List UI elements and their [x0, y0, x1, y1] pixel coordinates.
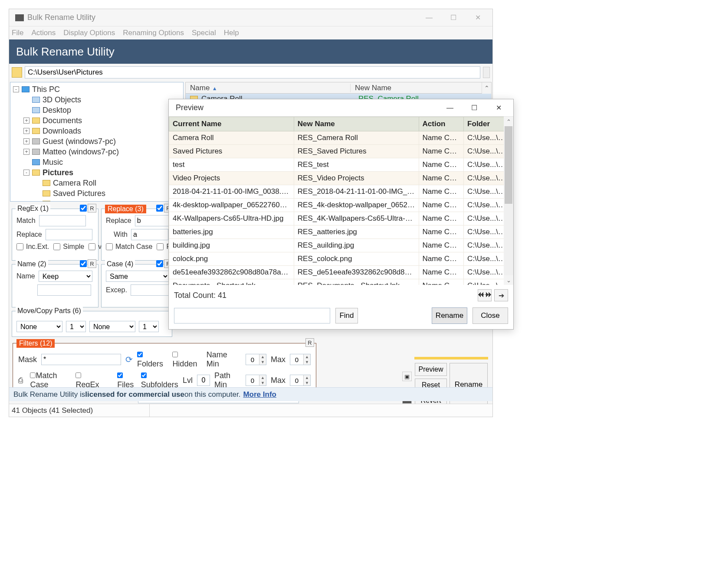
regex-incext-check[interactable] — [16, 243, 23, 250]
refresh-icon[interactable]: ⟳ — [125, 354, 133, 365]
menu-special[interactable]: Special — [192, 29, 216, 37]
filters-regex-check[interactable] — [75, 372, 81, 378]
filters-pathmin[interactable]: ▲▼ — [246, 375, 266, 386]
disk-icon — [32, 107, 40, 113]
replace-matchcase-check[interactable] — [106, 243, 113, 250]
preview-close[interactable]: ✕ — [486, 101, 511, 115]
menu-renaming-options[interactable]: Renaming Options — [123, 29, 184, 37]
filters-lvl-input[interactable] — [197, 375, 210, 386]
tree-item[interactable]: -This PC — [11, 84, 182, 95]
preview-table[interactable]: Current Name New Name Action Folder Came… — [169, 117, 513, 285]
close-button[interactable]: ✕ — [466, 10, 490, 25]
preview-close-button[interactable]: Close — [473, 307, 508, 324]
name-fixed-input[interactable] — [37, 284, 91, 296]
nav-left-right-icon[interactable]: ⯬⯮ — [478, 289, 492, 301]
preview-row[interactable]: Video ProjectsRES_Video ProjectsName Cha… — [169, 172, 513, 185]
replace-find-input[interactable] — [135, 215, 172, 226]
filters-namemin[interactable]: ▲▼ — [246, 354, 266, 365]
more-info-link[interactable]: More Info — [243, 390, 276, 399]
options-button[interactable]: ▣ — [402, 372, 412, 381]
filters-matchcase-check[interactable] — [30, 372, 36, 378]
replace-with-input[interactable] — [131, 229, 168, 240]
menu-help[interactable]: Help — [224, 29, 239, 37]
move-dst-count[interactable]: 1 — [139, 321, 159, 332]
preview-col-action[interactable]: Action — [419, 117, 464, 131]
preview-col-new[interactable]: New Name — [294, 117, 419, 131]
preview-row[interactable]: testRES_testName ChangeC:\Use...\Picture… — [169, 158, 513, 172]
filters-subfolders-check[interactable] — [141, 372, 147, 378]
preview-maximize[interactable]: ☐ — [462, 101, 486, 115]
filters-namemax[interactable]: ▲▼ — [290, 354, 311, 365]
panel-replace-enable[interactable] — [156, 205, 163, 212]
filters-folders-check[interactable] — [137, 352, 143, 357]
menu-actions[interactable]: Actions — [31, 29, 56, 37]
menu-display-options[interactable]: Display Options — [63, 29, 115, 37]
preview-row[interactable]: Saved PicturesRES_Saved PicturesName Cha… — [169, 145, 513, 158]
preview-rename-button[interactable]: Rename — [432, 307, 467, 324]
preview-row[interactable]: Camera RollRES_Camera RollName ChangeC:\… — [169, 131, 513, 145]
tree-item[interactable]: +3D Objects — [11, 95, 182, 105]
move-dst-select[interactable]: None — [89, 321, 135, 332]
regex-replace-input[interactable] — [46, 229, 92, 240]
preview-row[interactable]: batteries.jpgRES_aatteries.jpgName Chang… — [169, 225, 513, 239]
panel-replace: Replace (3) R Replace With Match Case Fi… — [101, 209, 175, 261]
case-select[interactable]: Same — [106, 271, 169, 282]
move-src-select[interactable]: None — [16, 321, 62, 332]
maximize-button[interactable]: ☐ — [441, 10, 466, 25]
name-mode-select[interactable]: Keep — [39, 271, 92, 282]
panel-regex-enable[interactable] — [80, 205, 87, 212]
preview-col-current[interactable]: Current Name — [169, 117, 294, 131]
tree-label: Pictures — [43, 168, 73, 177]
preview-row[interactable]: 4k-desktop-wallpaper_065227602_309.jpgRE… — [169, 199, 513, 212]
tree-item[interactable]: +test — [11, 199, 182, 202]
preview-row[interactable]: 2018-04-21-11-01-00-IMG_0038.HEICRES_201… — [169, 185, 513, 199]
column-new-name[interactable]: New Name — [351, 84, 491, 92]
tree-item[interactable]: -Pictures — [11, 167, 182, 178]
tree-item[interactable]: +Saved Pictures — [11, 188, 182, 199]
menu-file[interactable]: File — [12, 29, 23, 37]
tree-label: Documents — [43, 116, 82, 125]
preview-row[interactable]: colock.pngRES_colock.pngName ChangeC:\Us… — [169, 252, 513, 266]
tree-item[interactable]: +Desktop — [11, 105, 182, 115]
tree-item[interactable]: +Music — [11, 157, 182, 167]
tree-item[interactable]: +Camera Roll — [11, 178, 182, 188]
regex-v2-check[interactable] — [89, 243, 95, 250]
panel-filters-reset[interactable]: R — [305, 338, 314, 347]
tree-item[interactable]: +Documents — [11, 115, 182, 126]
tree-item[interactable]: +Guest (windows7-pc) — [11, 136, 182, 147]
panel-regex-reset[interactable]: R — [88, 204, 96, 212]
preview-minimize[interactable]: — — [438, 101, 462, 115]
preview-row[interactable]: 4K-Wallpapers-Cs65-Ultra-HD.jpgRES_4K-Wa… — [169, 212, 513, 225]
tree-item[interactable]: +Matteo (windows7-pc) — [11, 147, 182, 157]
nav-right-icon[interactable]: ➔ — [494, 289, 508, 301]
preview-button[interactable]: Preview — [415, 363, 447, 376]
move-src-count[interactable]: 1 — [66, 321, 86, 332]
filters-files-check[interactable] — [117, 372, 123, 378]
preview-row[interactable]: Documents - Shortcut.lnkRES_Documents - … — [169, 279, 513, 285]
regex-simple-check[interactable] — [53, 243, 60, 250]
filters-mask-input[interactable] — [41, 354, 121, 365]
panel-case-enable[interactable] — [156, 260, 163, 267]
filters-favorites-icon[interactable]: ⎙ — [18, 376, 26, 385]
folder-tree[interactable]: -This PC+3D Objects+Desktop+Documents+Do… — [10, 82, 184, 202]
path-dropdown-icon[interactable] — [483, 67, 490, 78]
panel-name-reset[interactable]: R — [88, 259, 96, 268]
home-icon[interactable] — [12, 67, 22, 78]
filters-pathmax[interactable]: ▲▼ — [290, 375, 311, 386]
preview-row[interactable]: de51eeafe3932862c908d80a78a6477e.jpgRES_… — [169, 266, 513, 279]
filters-hidden-check[interactable] — [172, 352, 178, 357]
find-input[interactable] — [174, 308, 330, 323]
minimize-button[interactable]: — — [417, 10, 441, 25]
find-button[interactable]: Find — [335, 308, 358, 323]
tree-item[interactable]: +Downloads — [11, 126, 182, 136]
music-icon — [32, 159, 40, 165]
net-icon — [32, 149, 40, 155]
replace-first-check[interactable] — [157, 243, 164, 250]
panel-name-enable[interactable] — [80, 260, 87, 267]
case-excep-input[interactable] — [131, 284, 172, 296]
regex-match-input[interactable] — [39, 215, 86, 226]
preview-row[interactable]: building.jpgRES_auilding.jpgName ChangeC… — [169, 239, 513, 252]
scroll-up-icon[interactable]: ⌃ — [482, 82, 491, 94]
preview-scrollbar[interactable]: ⌃ ⌄ — [504, 117, 513, 285]
path-input[interactable] — [25, 66, 480, 78]
